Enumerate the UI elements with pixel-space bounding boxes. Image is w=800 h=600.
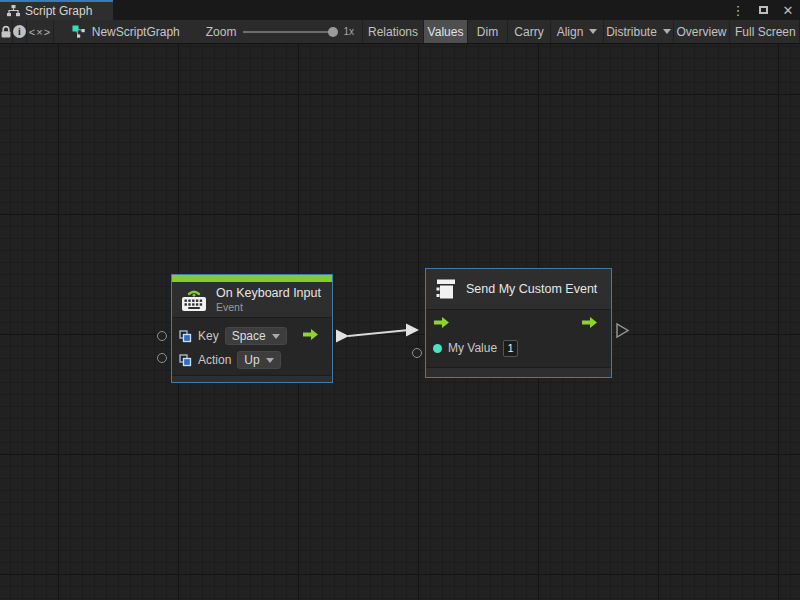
maximize-button[interactable] bbox=[755, 1, 771, 19]
dim-label: Dim bbox=[477, 25, 498, 39]
align-caret-icon bbox=[589, 29, 597, 34]
zoom-slider[interactable] bbox=[243, 31, 336, 33]
node-body: Key Space Acti bbox=[172, 318, 332, 375]
graph-name-breadcrumb[interactable]: NewScriptGraph bbox=[62, 20, 190, 43]
node-title-block: On Keyboard Input Event bbox=[216, 286, 321, 313]
distribute-label: Distribute bbox=[606, 25, 657, 39]
custom-event-icon bbox=[434, 277, 458, 301]
align-label: Align bbox=[557, 25, 584, 39]
keyboard-icon bbox=[180, 287, 208, 312]
key-row: Key Space bbox=[179, 325, 325, 347]
type-chip-icon bbox=[179, 330, 192, 343]
overview-button[interactable]: Overview bbox=[674, 20, 730, 43]
zoom-control: Zoom 1x bbox=[190, 20, 362, 43]
inspector-toggle-button[interactable]: i bbox=[13, 20, 27, 43]
node-title: Send My Custom Event bbox=[466, 282, 597, 296]
node-subtitle: Event bbox=[216, 301, 321, 313]
node-header: Send My Custom Event bbox=[426, 269, 611, 310]
edit-source-button[interactable]: <×> bbox=[27, 20, 54, 43]
my-value-input[interactable]: 1 bbox=[503, 340, 518, 357]
overview-label: Overview bbox=[676, 25, 726, 39]
distribute-caret-icon bbox=[663, 29, 671, 34]
node-title: On Keyboard Input bbox=[216, 286, 321, 300]
type-chip-icon bbox=[179, 354, 192, 367]
kebab-menu-icon: ⋮ bbox=[732, 3, 745, 18]
info-icon: i bbox=[13, 25, 26, 38]
flow-row bbox=[433, 313, 604, 335]
wire-layer bbox=[0, 44, 800, 600]
my-value-input-port[interactable] bbox=[412, 348, 422, 358]
node-body: My Value 1 bbox=[426, 310, 611, 363]
fullscreen-label: Full Screen bbox=[735, 25, 796, 39]
connection-wire[interactable] bbox=[336, 324, 419, 343]
lock-graph-button[interactable] bbox=[0, 20, 13, 43]
action-dropdown-value: Up bbox=[244, 353, 259, 367]
key-dropdown-value: Space bbox=[232, 329, 266, 343]
flow-arrow-icon bbox=[581, 316, 598, 329]
zoom-slider-handle[interactable] bbox=[328, 27, 338, 37]
unconnected-flow-port-icon[interactable] bbox=[617, 324, 628, 337]
dim-button[interactable]: Dim bbox=[468, 20, 508, 43]
code-brackets-icon: <×> bbox=[29, 26, 51, 38]
event-accent-bar bbox=[172, 275, 332, 282]
my-value-row: My Value 1 bbox=[433, 337, 604, 359]
align-dropdown-button[interactable]: Align bbox=[551, 20, 604, 43]
node-send-custom-event[interactable]: Send My Custom Event bbox=[425, 268, 612, 378]
script-graph-window: Script Graph ⋮ ✕ i <×> bbox=[0, 0, 800, 600]
trigger-input-port[interactable] bbox=[433, 315, 450, 333]
key-label: Key bbox=[198, 329, 219, 343]
node-header: On Keyboard Input Event bbox=[172, 282, 332, 318]
action-label: Action bbox=[198, 353, 231, 367]
graph-asset-icon bbox=[72, 25, 86, 39]
dropdown-caret-icon bbox=[272, 334, 280, 339]
values-button[interactable]: Values bbox=[424, 20, 468, 43]
action-row: Action Up bbox=[179, 349, 325, 371]
key-dropdown[interactable]: Space bbox=[225, 327, 287, 345]
close-icon: ✕ bbox=[783, 3, 794, 18]
tab-strip: Script Graph ⋮ ✕ bbox=[0, 0, 800, 20]
window-menu-button[interactable]: ⋮ bbox=[730, 1, 746, 19]
toolbar-spacer bbox=[54, 20, 62, 43]
trigger-output-port[interactable] bbox=[302, 327, 319, 345]
script-graph-tab-icon bbox=[7, 5, 20, 17]
flow-arrow-icon bbox=[302, 328, 319, 341]
maximize-icon bbox=[759, 6, 768, 14]
node-footer bbox=[172, 375, 332, 382]
relations-label: Relations bbox=[368, 25, 418, 39]
node-footer bbox=[426, 367, 611, 377]
action-input-port[interactable] bbox=[157, 353, 167, 363]
zoom-label: Zoom bbox=[206, 25, 237, 39]
window-controls: ⋮ ✕ bbox=[730, 0, 796, 20]
carry-label: Carry bbox=[514, 25, 543, 39]
fullscreen-button[interactable]: Full Screen bbox=[730, 20, 800, 43]
toolbar-buttons: Relations Values Dim Carry Align Distrib… bbox=[362, 20, 800, 43]
graph-toolbar: i <×> NewScriptGraph Zoom 1x Relations V… bbox=[0, 20, 800, 44]
distribute-dropdown-button[interactable]: Distribute bbox=[604, 20, 674, 43]
tab-script-graph[interactable]: Script Graph bbox=[0, 0, 113, 20]
graph-canvas[interactable]: On Keyboard Input Event Key Space bbox=[0, 44, 800, 600]
tab-title: Script Graph bbox=[25, 4, 92, 18]
close-button[interactable]: ✕ bbox=[780, 1, 796, 19]
flow-arrow-icon bbox=[433, 316, 450, 329]
zoom-value: 1x bbox=[343, 26, 354, 37]
values-label: Values bbox=[428, 25, 464, 39]
graph-name-label: NewScriptGraph bbox=[92, 25, 180, 39]
value-port-dot-icon[interactable] bbox=[433, 344, 442, 353]
dropdown-caret-icon bbox=[266, 358, 274, 363]
relations-button[interactable]: Relations bbox=[363, 20, 424, 43]
node-on-keyboard-input[interactable]: On Keyboard Input Event Key Space bbox=[171, 274, 333, 383]
key-input-port[interactable] bbox=[157, 331, 167, 341]
lock-icon bbox=[0, 25, 12, 39]
carry-button[interactable]: Carry bbox=[508, 20, 551, 43]
action-dropdown[interactable]: Up bbox=[237, 351, 280, 369]
my-value-label: My Value bbox=[448, 341, 497, 355]
trigger-output-port[interactable] bbox=[581, 315, 598, 333]
